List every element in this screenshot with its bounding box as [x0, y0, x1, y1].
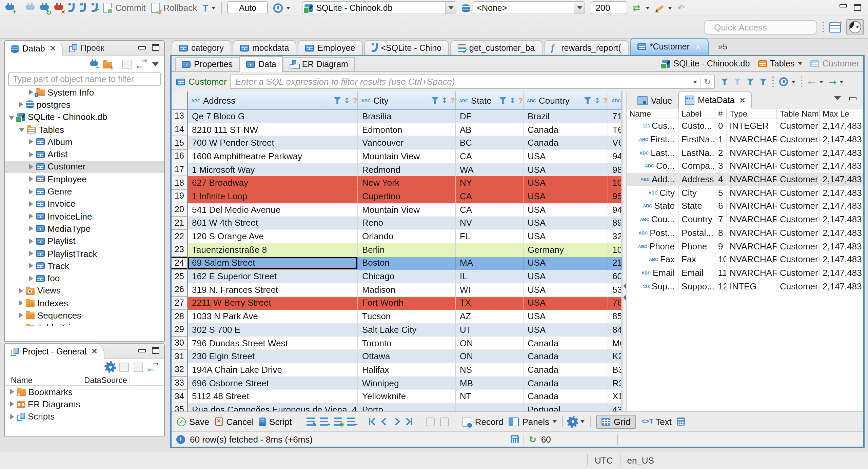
tree-item-postgres[interactable]: postgres [5, 99, 164, 111]
navigator-filter-input[interactable]: Type part of object name to filter [8, 72, 161, 86]
chevron-right-icon[interactable] [10, 389, 14, 394]
close-icon[interactable]: ✕ [739, 96, 746, 105]
cell-state[interactable]: CA [456, 203, 524, 217]
cancel-button[interactable]: ×Cancel [215, 416, 254, 427]
back-icon[interactable]: ↶ [677, 4, 687, 12]
tree-item-artist[interactable]: Artist [5, 148, 164, 161]
fetch-size-input[interactable]: 200 [591, 1, 627, 14]
cell-state[interactable]: TX [456, 297, 524, 310]
cell-city[interactable]: Mountain View [358, 150, 456, 163]
gear-icon[interactable] [106, 363, 115, 371]
tree-item-foo[interactable]: foo [5, 272, 164, 285]
cell-country[interactable]: Portugal [524, 403, 608, 411]
view-menu-icon[interactable] [834, 96, 841, 100]
cell-country[interactable]: USA [524, 203, 608, 217]
cell-name[interactable]: ABCAdd... [627, 173, 679, 186]
cell-postal[interactable]: 84 [608, 323, 622, 337]
cell-country[interactable]: USA [524, 270, 608, 283]
cell-postal[interactable]: 94 [608, 150, 622, 163]
cell-address[interactable]: 8210 111 ST NW [188, 123, 358, 136]
cell-address[interactable]: Qe 7 Bloco G [188, 110, 358, 123]
chevron-right-icon[interactable] [19, 102, 23, 107]
cell-postal[interactable]: V6 [608, 137, 622, 150]
minimize-icon[interactable] [849, 97, 856, 100]
chevron-right-icon[interactable] [19, 300, 23, 306]
cell-num[interactable]: 9 [715, 239, 727, 252]
cell-name[interactable]: ABCState [627, 199, 679, 212]
row-number[interactable]: 32 [172, 363, 188, 376]
cell-state[interactable]: CA [456, 190, 524, 203]
cell-type[interactable]: NVARCHAR [727, 226, 777, 239]
tree-item-sqlite-chinook-db[interactable]: SQLite - Chinook.db [5, 111, 164, 123]
record-button[interactable]: Record [463, 416, 504, 427]
cell-name[interactable]: ABCEmail [627, 266, 679, 279]
cell-type[interactable]: NVARCHAR [727, 186, 777, 199]
cell-address[interactable]: 1033 N Park Ave [188, 310, 358, 323]
tab-data[interactable]: Data [239, 56, 283, 72]
cell-type[interactable]: NVARCHAR [727, 199, 777, 212]
cell-country[interactable]: USA [524, 150, 608, 163]
cell-max[interactable]: 2,147,483,647 [820, 119, 863, 132]
cell-city[interactable]: Fort Worth [358, 297, 456, 310]
cell-label[interactable]: Fax [679, 253, 715, 266]
chevron-right-icon[interactable] [29, 213, 33, 219]
cell-postal[interactable]: 95 [608, 190, 622, 203]
chevron-right-icon[interactable] [29, 139, 33, 145]
cell-country[interactable]: USA [524, 323, 608, 337]
cell-max[interactable]: 2,147,483,647 [820, 226, 863, 239]
cell-country[interactable]: USA [524, 257, 608, 270]
cell-address[interactable]: Tauentzienstraße 8 [188, 243, 358, 257]
cell-num[interactable]: 1 [715, 132, 727, 146]
metadata-column-type[interactable]: Type [727, 108, 777, 119]
chevron-right-icon[interactable] [29, 226, 33, 231]
row-number[interactable]: 27 [172, 297, 188, 310]
cell-label[interactable]: LastNa... [679, 146, 715, 159]
cell-state[interactable]: FL [456, 230, 524, 243]
project-item-er-diagrams[interactable]: ER Diagrams [5, 398, 164, 411]
cell-state[interactable]: AZ [456, 310, 524, 323]
cell-address[interactable]: 801 W 4th Street [188, 217, 358, 230]
row-number[interactable]: 33 [172, 377, 188, 390]
cell-max[interactable]: 2,147,483,647 [820, 159, 863, 172]
cell-address[interactable]: 796 Dundas Street West [188, 337, 358, 350]
commit-button[interactable]: Commit [103, 3, 146, 13]
row-number[interactable]: 35 [172, 403, 188, 411]
column-name[interactable]: Name [5, 375, 81, 385]
cell-address[interactable]: 541 Del Medio Avenue [188, 203, 358, 217]
cell-city[interactable]: Berlin [358, 243, 456, 257]
delete-row-icon[interactable]: − [348, 417, 356, 426]
calc-panel-icon[interactable] [677, 417, 685, 426]
cell-type[interactable]: NVARCHAR [727, 213, 777, 226]
cell-city[interactable]: Edmonton [358, 123, 456, 136]
cell-label[interactable]: Phone [679, 239, 715, 252]
cell-address[interactable]: 230 Elgin Street [188, 350, 358, 363]
disconnect-icon[interactable]: × [54, 3, 63, 13]
cell-postal[interactable]: 89 [608, 217, 622, 230]
chevron-right-icon[interactable] [19, 313, 23, 318]
metadata-column-table-name[interactable]: Table Name [777, 108, 820, 119]
cell-country[interactable]: USA [524, 217, 608, 230]
cell-country[interactable]: Germany [524, 243, 608, 257]
context-container[interactable]: Tables [758, 59, 802, 68]
tree-item-track[interactable]: Track [5, 260, 164, 272]
cell-state[interactable]: AB [456, 123, 524, 136]
cell-city[interactable]: Ottawa [358, 350, 456, 363]
row-number[interactable]: 17 [172, 163, 188, 177]
cell-country[interactable]: USA [524, 190, 608, 203]
tab-metadata[interactable]: MetaData✕ [678, 91, 752, 108]
cell-state[interactable]: ON [456, 350, 524, 363]
chevron-right-icon[interactable] [29, 89, 33, 95]
cell-address[interactable]: Rua dos Campeões Europeus de Viena, 4350 [188, 403, 358, 411]
chevron-right-icon[interactable] [19, 325, 23, 326]
sort-icon[interactable]: ↕ [509, 96, 515, 105]
cell-address[interactable]: 700 W Pender Street [188, 137, 358, 150]
chevron-down-icon[interactable] [9, 116, 14, 120]
chevron-right-icon[interactable] [19, 288, 23, 293]
row-number[interactable]: 21 [172, 217, 188, 230]
row-number[interactable]: 20 [172, 203, 188, 217]
cell-state[interactable]: NT [456, 390, 524, 403]
cell-city[interactable]: Toronto [358, 337, 456, 350]
settings-button[interactable] [568, 417, 585, 426]
new-folder-icon[interactable]: + [103, 61, 112, 68]
row-number[interactable]: 25 [172, 270, 188, 283]
